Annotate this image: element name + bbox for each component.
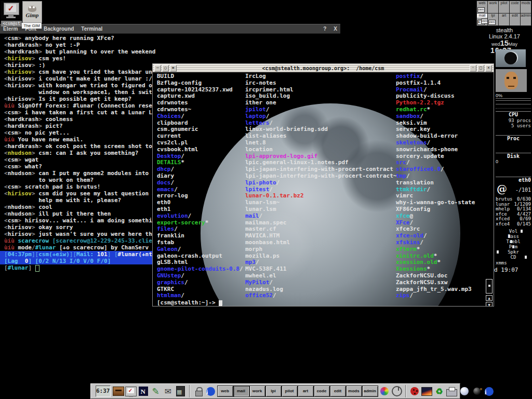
scrollbar-thumb[interactable] — [486, 279, 493, 294]
gimp-pen-icon[interactable] — [152, 386, 159, 397]
pager-cell-mods[interactable]: mods — [520, 1, 531, 14]
disk-panel-button[interactable]: Disk — [496, 153, 531, 159]
drawer-icon[interactable] — [113, 387, 124, 396]
workspace-button-art[interactable]: art — [298, 385, 314, 397]
pager-cell-pilot[interactable]: pilot — [498, 1, 510, 14]
workspace-button-lpi[interactable]: lpi — [265, 385, 282, 397]
iconified-gimp-window[interactable]: Gimp The GIM — [22, 1, 42, 29]
workspace-button-mail[interactable]: mail — [233, 385, 249, 397]
dock-divider-1 — [189, 385, 190, 397]
printer-icon-slot — [446, 385, 458, 397]
pager-cell-work[interactable]: work — [487, 1, 499, 14]
menu-icon[interactable]: ≡ — [170, 65, 177, 72]
text-line: <hardkrash> but planning to over the wee… — [4, 48, 336, 55]
screenshot-icon[interactable] — [421, 387, 432, 396]
dock-app-icons — [112, 385, 187, 397]
close-icon[interactable]: × — [485, 65, 492, 72]
mixer-panel: VolBassTreblPcmSpkrCD — [496, 229, 531, 260]
mixer-label: CD — [511, 255, 516, 260]
mixer-slider-pcm[interactable]: Pcm — [496, 244, 531, 249]
hostname: stealth — [477, 27, 532, 33]
mixer-handle[interactable] — [497, 250, 499, 254]
shade-icon[interactable]: ○ — [162, 65, 169, 72]
recycle-icon-slot — [434, 385, 445, 397]
cpu-percent: 0% — [496, 93, 531, 99]
monitor-check-icon[interactable] — [125, 387, 137, 396]
mixer-handle[interactable] — [508, 235, 510, 238]
mixer-label: Spkr — [508, 249, 519, 255]
mixer-handle[interactable] — [521, 230, 523, 233]
mixer-slider-cd[interactable]: CD — [496, 255, 531, 260]
cpu-graph — [496, 108, 531, 109]
shell-prompt[interactable]: [csm@stealth:~]-> — [157, 299, 222, 306]
pager-cell-admin[interactable]: admin — [520, 13, 531, 26]
info2-icon[interactable] — [485, 387, 494, 396]
bug-icon[interactable] — [410, 387, 419, 395]
workspace-button-edit[interactable]: edit — [330, 385, 346, 397]
help-button[interactable]: ? — [323, 26, 326, 32]
text-line: [csm@stealth:~]-> — [157, 299, 222, 306]
meter-line-1 — [496, 100, 531, 101]
menu-eterm[interactable]: Eterm — [3, 26, 18, 32]
mixer-slider-spkr[interactable]: Spkr — [496, 249, 531, 255]
terminal-titlebar[interactable]: – ○ ≡ <csm@stealth.moongroup.org>: /home… — [153, 64, 494, 72]
mixer-slider-vol[interactable]: Vol — [496, 229, 531, 234]
pager-cell-art[interactable]: art — [498, 13, 510, 26]
workspace-button-mods[interactable]: mods — [346, 385, 362, 397]
eterm-menubar: Eterm Font Background Terminal ? X — [0, 24, 340, 34]
lock-icon[interactable] — [195, 386, 202, 396]
iconified-gimp-label: The GIM — [22, 23, 42, 29]
pager-cell-lpi[interactable]: lpicsm — [487, 13, 499, 26]
file-entry: office52/ — [245, 292, 396, 299]
workspace-button-pilot[interactable]: pilot — [282, 385, 298, 397]
netscape-icon[interactable] — [139, 387, 148, 396]
menu-terminal[interactable]: Terminal — [81, 26, 102, 32]
scroll-down-icon[interactable]: ▼ — [486, 302, 493, 306]
calculator-icon[interactable] — [176, 386, 185, 396]
palette-icon[interactable] — [380, 387, 389, 395]
pager-cell-code[interactable]: code — [509, 1, 521, 14]
pager-cell-web[interactable]: webcsm — [476, 1, 488, 14]
menu-background[interactable]: Background — [44, 26, 74, 32]
minimize-icon[interactable]: – — [154, 65, 161, 72]
power-icon[interactable] — [392, 386, 402, 396]
iconified-terminal-window[interactable]: <csm@st — [1, 1, 22, 26]
workspace-button-code[interactable]: code — [314, 385, 330, 397]
close-button[interactable]: X — [334, 26, 337, 32]
text-line: <hirisov> csm yes! — [4, 55, 336, 62]
desktop: <csm@st Gimp The GIM Eterm Font Backgrou… — [0, 0, 532, 399]
process-count: 93 procs — [496, 118, 531, 123]
info-icon[interactable] — [206, 387, 215, 396]
pager-cell-label: code — [510, 1, 520, 5]
mail-icon[interactable] — [165, 387, 171, 396]
mixer-slider-trebl[interactable]: Trebl — [496, 239, 531, 244]
maximize-icon[interactable]: □ — [477, 65, 484, 72]
mixer-handle[interactable] — [512, 245, 514, 248]
pager-cell-label: admin — [521, 14, 531, 18]
scroll-up-icon[interactable]: ▲ — [486, 295, 493, 301]
mixer-handle[interactable] — [525, 256, 527, 259]
file-entry: mozilla.ps — [245, 253, 396, 260]
pager-mini-window: csm — [488, 20, 496, 25]
xmms-label[interactable]: xmms — [496, 260, 531, 265]
eth0-panel-button[interactable]: eth0 — [496, 177, 531, 183]
pager-cell-mail[interactable]: mailEcsm — [476, 13, 488, 26]
mixer-slider-bass[interactable]: Bass — [496, 234, 531, 239]
file-column-2: IrcLogirc-notesircprimer.htmliso_build.l… — [245, 73, 396, 299]
scrollbar[interactable]: ▲ ▼ — [486, 279, 493, 306]
proc-panel-button[interactable]: Proc — [496, 135, 531, 141]
workspace-button-web[interactable]: web — [217, 385, 233, 397]
workspace-button-admin[interactable]: admin — [362, 385, 378, 397]
printer-icon[interactable] — [446, 389, 457, 396]
cpu-panel-button[interactable]: CPU — [496, 111, 531, 117]
lock-icon-slot — [193, 385, 204, 397]
bomb-icon[interactable] — [473, 388, 481, 395]
workspace-button-work[interactable]: work — [249, 385, 265, 397]
pager-cell-edit[interactable]: edit — [509, 13, 521, 26]
mixer-handle[interactable] — [510, 240, 512, 243]
recycle-icon[interactable] — [435, 387, 443, 396]
mouse-icon[interactable] — [460, 387, 469, 395]
monitor-check-icon — [1, 1, 22, 21]
doom-face-widget — [496, 69, 527, 92]
sticky-icon[interactable]: · — [470, 65, 476, 72]
